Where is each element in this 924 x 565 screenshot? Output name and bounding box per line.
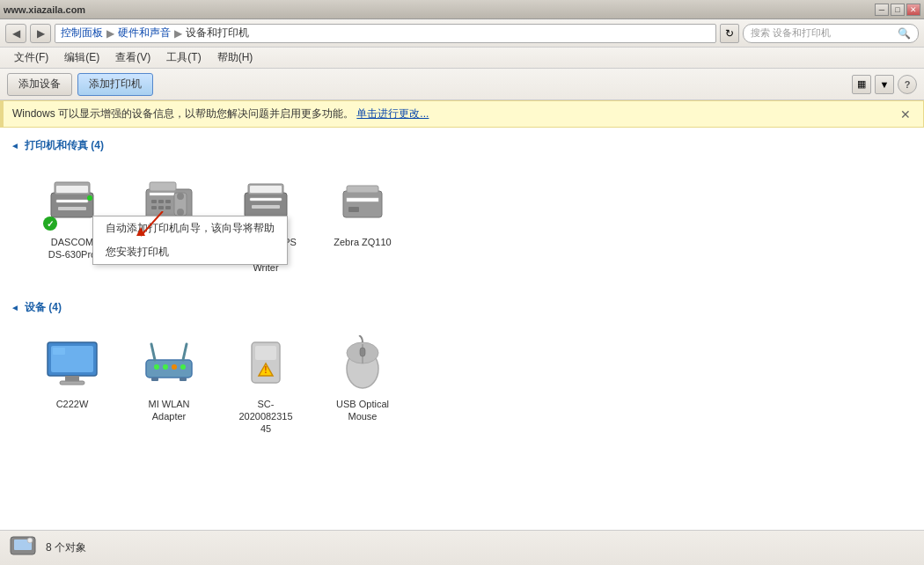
nav-bar: ◀ ▶ 控制面板 ▶ 硬件和声音 ▶ 设备和打印机 ↻ 搜索 设备和打印机 🔍	[0, 19, 924, 48]
svg-point-37	[154, 364, 159, 370]
monitor-label: C222W	[56, 398, 89, 410]
title-bar-left: www.xiazaila.com	[4, 4, 85, 15]
breadcrumb-item-3: 设备和打印机	[186, 26, 249, 40]
svg-rect-42	[180, 378, 187, 381]
svg-line-0	[141, 211, 163, 236]
device-item-sc[interactable]: ! SC-2020082315 45	[222, 324, 310, 444]
menu-bar: 文件(F) 编辑(E) 查看(V) 工具(T) 帮助(H)	[0, 48, 924, 69]
svg-rect-26	[347, 186, 378, 193]
svg-rect-12	[158, 200, 164, 203]
toolbar: 添加设备 添加打印机 ▦ ▼ ?	[0, 69, 924, 100]
printers-section-title: 打印机和传真 (4)	[25, 138, 104, 153]
help-button[interactable]: ?	[898, 75, 917, 94]
svg-rect-41	[151, 378, 158, 381]
title-controls: ─ □ ✕	[875, 4, 920, 16]
maximize-button[interactable]: □	[891, 4, 905, 16]
tooltip-menu: 自动添加打印机向导，该向导将帮助 您安装打印机	[92, 216, 288, 265]
menu-edit[interactable]: 编辑(E)	[57, 48, 106, 67]
printers-section-header: ◄ 打印机和传真 (4)	[11, 138, 913, 153]
notification-close-button[interactable]: ✕	[897, 107, 914, 121]
mouse-label: USB Optical Mouse	[336, 398, 389, 423]
monitor-icon	[41, 333, 103, 394]
close-button[interactable]: ✕	[906, 4, 920, 16]
sc-icon: !	[235, 333, 297, 394]
notification-text: Windows 可以显示增强的设备信息，以帮助您解决问题并启用更多功能。 单击进…	[12, 106, 429, 121]
add-device-button[interactable]: 添加设备	[7, 73, 72, 96]
svg-rect-24	[250, 186, 282, 193]
svg-point-54	[28, 539, 32, 542]
forward-button[interactable]: ▶	[30, 24, 51, 43]
printers-collapse-arrow[interactable]: ◄	[11, 141, 19, 150]
notification-link[interactable]: 单击进行更改...	[356, 107, 429, 120]
mouse-icon	[332, 333, 393, 394]
svg-rect-15	[158, 206, 164, 209]
wlan-icon	[138, 333, 200, 394]
toolbar-right: ▦ ▼ ?	[852, 75, 917, 94]
menu-file[interactable]: 文件(F)	[7, 48, 55, 67]
devices-collapse-arrow[interactable]: ◄	[11, 303, 19, 312]
svg-point-18	[177, 193, 184, 200]
svg-rect-13	[165, 200, 171, 203]
svg-point-19	[177, 209, 184, 216]
wlan-label: MI WLAN Adapter	[148, 398, 189, 423]
menu-view[interactable]: 查看(V)	[108, 48, 158, 67]
svg-rect-32	[60, 381, 84, 385]
minimize-button[interactable]: ─	[875, 4, 889, 16]
svg-rect-5	[56, 200, 88, 202]
svg-text:!: !	[264, 365, 267, 375]
back-button[interactable]: ◀	[5, 24, 26, 43]
svg-rect-11	[151, 200, 157, 203]
zebra-label: Zebra ZQ110	[334, 236, 391, 248]
dascom-status-ok: ✓	[43, 216, 57, 231]
svg-point-40	[180, 364, 186, 370]
printer-item-zebra[interactable]: Zebra ZQ110	[319, 162, 407, 282]
svg-point-38	[163, 364, 168, 370]
status-bar-text: 8 个对象	[46, 540, 86, 555]
svg-line-36	[183, 344, 187, 360]
breadcrumb-item-2[interactable]: 硬件和声音	[118, 26, 171, 40]
svg-point-7	[87, 195, 92, 201]
tooltip-menu-item-1[interactable]: 自动添加打印机向导，该向导将帮助	[93, 216, 287, 240]
search-bar[interactable]: 搜索 设备和打印机 🔍	[743, 24, 919, 43]
content-area: ◄ 打印机和传真 (4)	[0, 128, 924, 530]
tooltip-menu-item-2[interactable]: 您安装打印机	[93, 240, 287, 264]
svg-rect-2	[51, 193, 93, 217]
menu-tools[interactable]: 工具(T)	[159, 48, 208, 67]
device-item-wlan[interactable]: MI WLAN Adapter	[125, 324, 213, 444]
svg-line-35	[151, 344, 155, 360]
svg-rect-23	[250, 198, 282, 201]
devices-section-title: 设备 (4)	[25, 300, 62, 315]
svg-rect-16	[165, 206, 171, 209]
notification-bar: Windows 可以显示增强的设备信息，以帮助您解决问题并启用更多功能。 单击进…	[0, 100, 924, 128]
window-body: ◀ ▶ 控制面板 ▶ 硬件和声音 ▶ 设备和打印机 ↻ 搜索 设备和打印机 🔍 …	[0, 19, 924, 565]
breadcrumb: 控制面板 ▶ 硬件和声音 ▶ 设备和打印机	[55, 24, 716, 43]
svg-rect-14	[151, 206, 157, 209]
add-printer-button[interactable]: 添加打印机	[77, 73, 153, 96]
search-placeholder: 搜索 设备和打印机	[751, 26, 831, 40]
svg-rect-10	[150, 193, 174, 195]
breadcrumb-item-1[interactable]: 控制面板	[61, 26, 103, 40]
status-bar-icon	[9, 532, 37, 564]
svg-rect-33	[53, 348, 65, 355]
view-toggle-button[interactable]: ▦	[852, 75, 871, 94]
device-item-mouse[interactable]: USB Optical Mouse	[319, 324, 407, 444]
svg-rect-31	[65, 376, 79, 381]
menu-help[interactable]: 帮助(H)	[210, 48, 260, 67]
svg-rect-9	[150, 182, 176, 191]
svg-rect-22	[252, 205, 280, 209]
devices-section-header: ◄ 设备 (4)	[11, 300, 913, 315]
refresh-button[interactable]: ↻	[720, 24, 739, 43]
svg-rect-28	[348, 207, 359, 212]
tooltip-arrow	[136, 211, 172, 240]
svg-rect-44	[255, 346, 276, 360]
search-icon: 🔍	[898, 27, 911, 40]
printer-icon-zebra	[332, 171, 393, 232]
view-dropdown-button[interactable]: ▼	[875, 75, 894, 94]
svg-rect-50	[360, 348, 365, 356]
status-bar: 8 个对象	[0, 530, 924, 565]
device-item-monitor[interactable]: C222W	[28, 324, 116, 444]
svg-rect-4	[58, 207, 86, 210]
devices-grid: C222W	[11, 324, 913, 444]
dascom-label: DASCOM DS-630Pro	[48, 236, 96, 261]
title-bar: www.xiazaila.com ─ □ ✕	[0, 0, 924, 19]
